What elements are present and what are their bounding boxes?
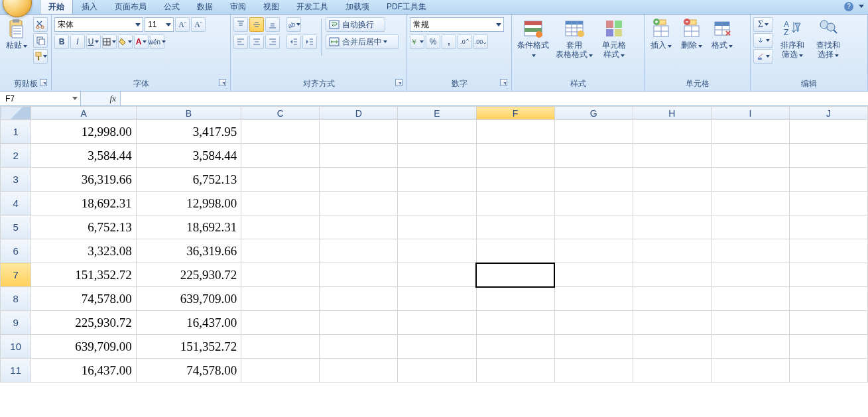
cell-E4[interactable]	[398, 192, 476, 215]
decrease-decimal-button[interactable]: .00	[473, 34, 488, 49]
cell-I9[interactable]	[711, 311, 789, 335]
cell-J8[interactable]	[789, 287, 867, 311]
italic-button[interactable]: I	[70, 34, 85, 49]
font-launcher[interactable]	[219, 79, 226, 86]
cell-J9[interactable]	[789, 311, 867, 335]
row-header-8[interactable]: 8	[1, 287, 31, 311]
cell-G4[interactable]	[554, 192, 633, 215]
cell-F10[interactable]	[476, 335, 554, 359]
cell-D10[interactable]	[320, 335, 398, 359]
cell-H2[interactable]	[633, 144, 711, 168]
font-name-dropdown[interactable]: 宋体	[54, 17, 143, 32]
tab-addins[interactable]: 加载项	[337, 0, 378, 14]
cell-F3[interactable]	[476, 168, 554, 192]
align-top-button[interactable]	[233, 17, 248, 32]
cell-J1[interactable]	[789, 120, 867, 144]
cell-F1[interactable]	[476, 120, 554, 144]
align-bottom-button[interactable]	[265, 17, 280, 32]
cell-G6[interactable]	[554, 239, 633, 263]
alignment-launcher[interactable]	[395, 79, 403, 86]
accounting-format-button[interactable]: ￥	[410, 34, 424, 49]
cell-C8[interactable]	[241, 287, 320, 311]
cell-G3[interactable]	[554, 168, 633, 192]
tab-data[interactable]: 数据	[188, 0, 221, 14]
column-header-C[interactable]: C	[241, 107, 320, 120]
cell-I1[interactable]	[711, 120, 789, 144]
row-header-1[interactable]: 1	[1, 120, 31, 144]
row-header-6[interactable]: 6	[1, 239, 31, 263]
cell-G9[interactable]	[554, 311, 633, 335]
cell-D3[interactable]	[320, 168, 398, 192]
cell-I8[interactable]	[711, 287, 789, 311]
minimize-ribbon-icon[interactable]	[859, 5, 864, 8]
tab-formulas[interactable]: 公式	[155, 0, 188, 14]
cell-D2[interactable]	[320, 144, 398, 168]
cell-B1[interactable]: 3,417.95	[136, 120, 241, 144]
cell-H10[interactable]	[633, 335, 711, 359]
conditional-format-button[interactable]: 条件格式	[515, 16, 552, 73]
find-select-button[interactable]: 查找和 选择	[812, 16, 845, 73]
sort-filter-button[interactable]: AZ 排序和 筛选	[776, 16, 809, 73]
cell-C1[interactable]	[241, 120, 320, 144]
row-header-9[interactable]: 9	[1, 311, 31, 335]
increase-font-button[interactable]: Aˆ	[175, 17, 190, 32]
cell-G8[interactable]	[554, 287, 633, 311]
cell-B10[interactable]: 151,352.72	[136, 335, 241, 359]
column-header-H[interactable]: H	[633, 107, 711, 120]
cell-D6[interactable]	[320, 239, 398, 263]
cell-B4[interactable]: 12,998.00	[136, 192, 241, 215]
cell-A9[interactable]: 225,930.72	[31, 311, 136, 335]
cell-D11[interactable]	[320, 359, 398, 383]
merge-center-button[interactable]: 合并后居中	[326, 34, 399, 49]
formula-input[interactable]	[121, 91, 868, 105]
orientation-button[interactable]: ab	[286, 17, 301, 32]
cell-I5[interactable]	[711, 215, 789, 239]
cell-I2[interactable]	[711, 144, 789, 168]
cell-H6[interactable]	[633, 239, 711, 263]
cell-B11[interactable]: 74,578.00	[136, 359, 241, 383]
cell-H11[interactable]	[633, 359, 711, 383]
cell-J2[interactable]	[789, 144, 867, 168]
cell-F5[interactable]	[476, 215, 554, 239]
fill-button[interactable]	[753, 33, 773, 48]
comma-button[interactable]: ,	[442, 34, 456, 49]
column-header-D[interactable]: D	[320, 107, 398, 120]
cell-G11[interactable]	[554, 359, 633, 383]
cell-I3[interactable]	[711, 168, 789, 192]
format-painter-button[interactable]	[33, 49, 48, 64]
number-launcher[interactable]	[500, 79, 507, 86]
align-left-button[interactable]	[233, 34, 248, 49]
cell-C7[interactable]	[241, 263, 320, 287]
row-header-2[interactable]: 2	[1, 144, 31, 168]
cell-B8[interactable]: 639,709.00	[136, 287, 241, 311]
cell-D5[interactable]	[320, 215, 398, 239]
cell-D1[interactable]	[320, 120, 398, 144]
cell-J4[interactable]	[789, 192, 867, 215]
cell-A8[interactable]: 74,578.00	[31, 287, 136, 311]
cell-J5[interactable]	[789, 215, 867, 239]
row-header-11[interactable]: 11	[1, 359, 31, 383]
cell-J10[interactable]	[789, 335, 867, 359]
row-header-7[interactable]: 7	[1, 263, 31, 287]
cell-D4[interactable]	[320, 192, 398, 215]
cell-C5[interactable]	[241, 215, 320, 239]
cell-A2[interactable]: 3,584.44	[31, 144, 136, 168]
cell-H5[interactable]	[633, 215, 711, 239]
cell-D8[interactable]	[320, 287, 398, 311]
cell-E1[interactable]	[398, 120, 476, 144]
cell-A3[interactable]: 36,319.66	[31, 168, 136, 192]
cell-B3[interactable]: 6,752.13	[136, 168, 241, 192]
column-header-A[interactable]: A	[31, 107, 136, 120]
cell-E9[interactable]	[398, 311, 476, 335]
font-size-dropdown[interactable]: 11	[145, 17, 174, 32]
column-header-F[interactable]: F	[476, 107, 554, 120]
row-header-10[interactable]: 10	[1, 335, 31, 359]
cell-J11[interactable]	[789, 359, 867, 383]
cell-E5[interactable]	[398, 215, 476, 239]
border-button[interactable]	[102, 34, 117, 49]
cell-I7[interactable]	[711, 263, 789, 287]
column-header-B[interactable]: B	[136, 107, 241, 120]
cell-C10[interactable]	[241, 335, 320, 359]
insert-cells-button[interactable]: 插入	[647, 16, 675, 73]
row-header-5[interactable]: 5	[1, 215, 31, 239]
